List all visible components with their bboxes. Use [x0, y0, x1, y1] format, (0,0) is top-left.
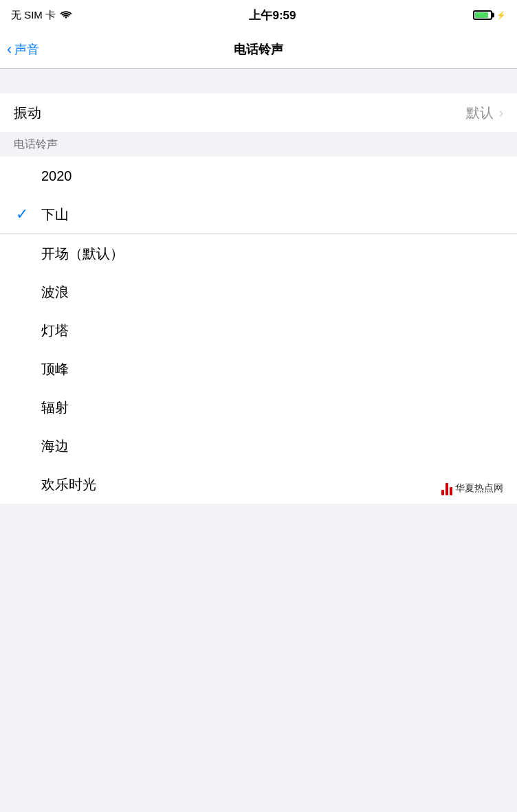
watermark: 华夏热点网 [441, 482, 503, 495]
ringtone-row-4[interactable]: 灯塔 [0, 311, 517, 350]
ringtone-row-8[interactable]: 欢乐时光 华夏热点网 [0, 465, 517, 504]
ringtone-name-6: 辐射 [41, 398, 503, 417]
ringtone-name-4: 灯塔 [41, 322, 503, 340]
status-time: 上午9:59 [249, 8, 296, 23]
watermark-logo [441, 482, 452, 495]
ringtone-row-2[interactable]: 开场（默认） [0, 234, 517, 273]
mid-gap: 电话铃声 [0, 132, 517, 157]
back-chevron-icon: ‹ [7, 41, 12, 58]
ringtone-row-0[interactable]: 2020 [0, 157, 517, 195]
ringtone-name-5: 顶峰 [41, 360, 503, 379]
vibration-section: 振动 默认 › [0, 93, 517, 132]
ringtone-name-0: 2020 [41, 168, 503, 184]
back-button[interactable]: ‹ 声音 [7, 41, 39, 58]
vibration-value: 默认 [466, 104, 494, 122]
nav-bar: ‹ 声音 电话铃声 [0, 30, 517, 69]
ringtone-name-1: 下山 [41, 205, 503, 224]
charging-bolt: ⚡ [496, 11, 506, 20]
watermark-bars-icon [441, 482, 452, 495]
ringtone-name-8: 欢乐时光 [41, 475, 503, 494]
status-bar: 无 SIM 卡 上午9:59 ⚡ [0, 0, 517, 30]
ringtone-name-7: 海边 [41, 437, 503, 455]
section-header: 电话铃声 [0, 132, 517, 156]
ringtone-row-6[interactable]: 辐射 [0, 388, 517, 427]
ringtone-row-7[interactable]: 海边 [0, 427, 517, 465]
watermark-text: 华夏热点网 [455, 482, 503, 495]
battery-icon [473, 10, 492, 20]
ringtone-row-1[interactable]: ✓ 下山 [0, 195, 517, 234]
battery-fill [475, 12, 488, 18]
carrier-text: 无 SIM 卡 [11, 9, 56, 22]
wifi-icon [60, 10, 72, 20]
ringtone-name-2: 开场（默认） [41, 245, 503, 263]
checkmark-icon-1: ✓ [14, 205, 30, 223]
back-label: 声音 [14, 41, 39, 58]
ringtone-row-3[interactable]: 波浪 [0, 273, 517, 311]
vibration-label: 振动 [14, 104, 466, 122]
ringtone-name-3: 波浪 [41, 283, 503, 302]
nav-title: 电话铃声 [234, 41, 283, 58]
ringtone-row-5[interactable]: 顶峰 [0, 350, 517, 388]
vibration-chevron-icon: › [499, 106, 503, 120]
status-right: ⚡ [473, 10, 506, 20]
top-gap [0, 69, 517, 93]
vibration-row[interactable]: 振动 默认 › [0, 93, 517, 132]
ringtone-list: 2020 ✓ 下山 开场（默认） 波浪 灯塔 顶峰 辐射 海边 欢乐时光 [0, 157, 517, 504]
status-left: 无 SIM 卡 [11, 9, 72, 22]
